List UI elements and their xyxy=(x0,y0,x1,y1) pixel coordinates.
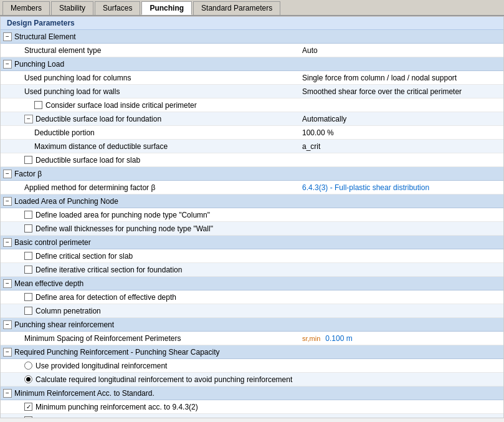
min-punching-reinforcement-label: Minimum punching reinforcement acc. to 9… xyxy=(36,403,198,411)
punching-load-label: Punching Load xyxy=(14,60,64,69)
mean-effective-group: − Mean effective depth xyxy=(1,277,503,290)
content-area: Design Parameters − Structural Element S… xyxy=(0,16,504,418)
basic-control-label: Basic control perimeter xyxy=(14,238,91,247)
min-reinforcement-group: − Minimum Reinforcement Acc. to Standard… xyxy=(1,386,503,400)
row-structural-element-type: Structural element type Auto xyxy=(1,44,503,57)
collapse-required-punching[interactable]: − xyxy=(3,348,12,357)
min-spacing-reinforcement-label: Minimum Spacing of Reinforcement Perimet… xyxy=(24,334,181,343)
row-consider-surface-load: Consider surface load inside critical pe… xyxy=(1,98,503,112)
required-punching-label: Required Punching Reinforcement - Punchi… xyxy=(14,348,220,357)
max-distance-deductible-value: a_crit xyxy=(302,142,320,151)
row-define-area-effective-depth: Define area for detection of effective d… xyxy=(1,290,503,304)
collapse-loaded-area[interactable]: − xyxy=(3,197,12,206)
deductible-portion-label: Deductible portion xyxy=(34,128,95,137)
min-spacing-value: 0.100 m xyxy=(325,334,352,343)
use-provided-longitudinal-label: Use provided longitudinal reinforcement xyxy=(36,362,167,370)
row-define-iterative-foundation: Define iterative critical section for fo… xyxy=(1,263,503,277)
column-penetration-label: Column penetration xyxy=(36,307,101,315)
define-area-effective-depth-label: Define area for detection of effective d… xyxy=(36,293,176,302)
tab-members[interactable]: Members xyxy=(2,1,50,15)
deductible-foundation-value: Automatically xyxy=(302,115,346,123)
deductible-slab-label: Deductible surface load for slab xyxy=(36,156,140,165)
row-column-penetration: Column penetration xyxy=(1,304,503,318)
used-punching-walls-value: Smoothed shear force over the critical p… xyxy=(302,87,462,96)
define-iterative-foundation-checkbox[interactable] xyxy=(24,266,32,274)
row-deductible-slab: Deductible surface load for slab xyxy=(1,153,503,167)
tab-stability[interactable]: Stability xyxy=(51,1,93,15)
min-longitudinal-reinforcement-checkbox[interactable] xyxy=(24,416,32,418)
collapse-punching-shear[interactable]: − xyxy=(3,320,12,329)
tab-bar: Members Stability Surfaces Punching Stan… xyxy=(0,0,504,16)
column-penetration-checkbox[interactable] xyxy=(24,307,32,315)
deductible-portion-value: 100.00 % xyxy=(302,128,334,137)
punching-shear-label: Punching shear reinforcement xyxy=(14,320,114,329)
define-critical-slab-label: Define critical section for slab xyxy=(36,252,133,261)
structural-element-label: Structural Element xyxy=(14,32,76,41)
row-used-punching-columns: Used punching load for columns Single fo… xyxy=(1,71,503,85)
row-min-longitudinal-reinforcement: Minimum longitudinal reinforcement | Ben… xyxy=(1,414,503,418)
row-used-punching-walls: Used punching load for walls Smoothed sh… xyxy=(1,85,503,98)
consider-surface-load-label: Consider surface load inside critical pe… xyxy=(45,101,197,110)
consider-surface-load-checkbox[interactable] xyxy=(34,101,42,109)
collapse-basic-control[interactable]: − xyxy=(3,238,12,247)
row-calculate-required-longitudinal: Calculate required longitudinal reinforc… xyxy=(1,373,503,386)
collapse-min-reinforcement[interactable]: − xyxy=(3,389,12,398)
row-deductible-foundation: − Deductible surface load for foundation… xyxy=(1,112,503,126)
max-distance-deductible-label: Maximum distance of deductible surface xyxy=(34,142,168,151)
loaded-area-group: − Loaded Area of Punching Node xyxy=(1,194,503,208)
row-applied-method-beta: Applied method for determining factor β … xyxy=(1,181,503,194)
required-punching-group: − Required Punching Reinforcement - Punc… xyxy=(1,345,503,359)
used-punching-columns-value: Single force from column / load / nodal … xyxy=(302,74,457,82)
tab-punching[interactable]: Punching xyxy=(141,1,192,15)
structural-element-type-label: Structural element type xyxy=(24,46,101,55)
factor-beta-label: Factor β xyxy=(14,170,42,178)
applied-method-beta-value: 6.4.3(3) - Full-plastic shear distributi… xyxy=(302,183,429,192)
collapse-factor-beta[interactable]: − xyxy=(3,170,12,178)
row-min-spacing-reinforcement: Minimum Spacing of Reinforcement Perimet… xyxy=(1,332,503,345)
collapse-structural-element[interactable]: − xyxy=(3,32,12,41)
punching-load-group: − Punching Load xyxy=(1,57,503,71)
row-max-distance-deductible: Maximum distance of deductible surface a… xyxy=(1,140,503,153)
define-loaded-area-column-checkbox[interactable] xyxy=(24,211,32,219)
define-wall-thicknesses-label: Define wall thicknesses for punching nod… xyxy=(36,224,213,233)
define-loaded-area-column-label: Define loaded area for punching node typ… xyxy=(36,211,210,219)
row-define-loaded-area-column: Define loaded area for punching node typ… xyxy=(1,208,503,222)
structural-element-type-value: Auto xyxy=(302,46,318,55)
tab-surfaces[interactable]: Surfaces xyxy=(95,1,140,15)
sr-min-subscript: sr,min xyxy=(302,335,320,342)
applied-method-beta-label: Applied method for determining factor β xyxy=(24,183,155,192)
row-deductible-portion: Deductible portion 100.00 % xyxy=(1,126,503,140)
design-params-bar: Design Parameters xyxy=(1,17,503,30)
tab-standard-parameters[interactable]: Standard Parameters xyxy=(193,1,280,15)
used-punching-walls-label: Used punching load for walls xyxy=(24,87,120,96)
collapse-deductible-foundation[interactable]: − xyxy=(24,115,33,123)
row-use-provided-longitudinal: Use provided longitudinal reinforcement xyxy=(1,359,503,373)
collapse-punching-load[interactable]: − xyxy=(3,60,12,69)
deductible-foundation-label: Deductible surface load for foundation xyxy=(36,115,161,123)
mean-effective-label: Mean effective depth xyxy=(14,279,83,288)
use-provided-longitudinal-radio[interactable] xyxy=(24,362,32,370)
min-punching-reinforcement-checkbox[interactable] xyxy=(24,403,32,411)
collapse-mean-effective[interactable]: − xyxy=(3,279,12,288)
structural-element-group: − Structural Element xyxy=(1,30,503,44)
define-critical-slab-checkbox[interactable] xyxy=(24,252,32,260)
row-define-critical-slab: Define critical section for slab xyxy=(1,249,503,263)
basic-control-group: − Basic control perimeter xyxy=(1,236,503,249)
loaded-area-label: Loaded Area of Punching Node xyxy=(14,197,118,206)
row-min-punching-reinforcement: Minimum punching reinforcement acc. to 9… xyxy=(1,400,503,414)
define-area-effective-depth-checkbox[interactable] xyxy=(24,293,32,301)
used-punching-columns-label: Used punching load for columns xyxy=(24,74,131,82)
factor-beta-group: − Factor β xyxy=(1,167,503,181)
deductible-slab-checkbox[interactable] xyxy=(24,156,32,164)
min-longitudinal-reinforcement-label: Minimum longitudinal reinforcement | Ben… xyxy=(36,416,282,419)
define-iterative-foundation-label: Define iterative critical section for fo… xyxy=(36,266,182,274)
calculate-required-longitudinal-label: Calculate required longitudinal reinforc… xyxy=(36,375,292,384)
calculate-required-longitudinal-radio[interactable] xyxy=(24,375,32,383)
punching-shear-group: − Punching shear reinforcement xyxy=(1,318,503,332)
row-define-wall-thicknesses: Define wall thicknesses for punching nod… xyxy=(1,222,503,236)
min-reinforcement-label: Minimum Reinforcement Acc. to Standard. xyxy=(14,389,155,398)
define-wall-thicknesses-checkbox[interactable] xyxy=(24,224,32,233)
